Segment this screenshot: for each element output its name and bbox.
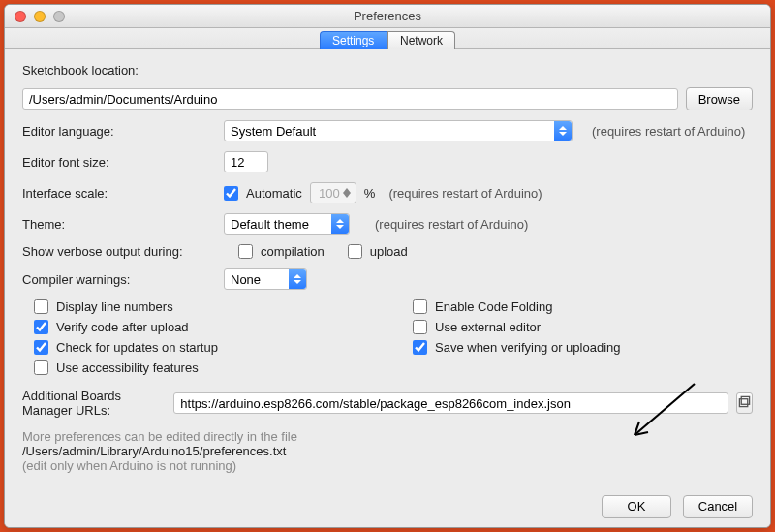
- settings-panel: Sketchbook location: Browse Editor langu…: [5, 49, 770, 485]
- preferences-file-path: /Users/admin/Library/Arduino15/preferenc…: [22, 444, 753, 458]
- theme-label: Theme:: [22, 217, 216, 232]
- editor-language-select[interactable]: System Default: [224, 120, 573, 141]
- additional-urls-input[interactable]: [173, 392, 728, 414]
- save-when-label: Save when verifying or uploading: [435, 340, 621, 355]
- external-editor-label: Use external editor: [435, 320, 541, 334]
- compilation-label: compilation: [261, 244, 325, 259]
- accessibility-label: Use accessibility features: [56, 360, 199, 375]
- titlebar: Preferences: [5, 5, 770, 28]
- dialog-footer: OK Cancel: [5, 485, 770, 527]
- verbose-label: Show verbose output during:: [22, 244, 231, 259]
- compiler-warnings-label: Compiler warnings:: [22, 272, 216, 287]
- sketchbook-path-input[interactable]: [22, 88, 678, 110]
- save-when-checkbox[interactable]: [413, 340, 427, 355]
- automatic-label: Automatic: [246, 186, 302, 201]
- external-editor-checkbox[interactable]: [413, 320, 427, 334]
- check-updates-checkbox[interactable]: [34, 340, 48, 355]
- upload-label: upload: [370, 244, 408, 259]
- window-title: Preferences: [5, 9, 770, 23]
- browse-button[interactable]: Browse: [686, 87, 753, 110]
- enable-folding-checkbox[interactable]: [413, 299, 427, 314]
- more-prefs-hint: More preferences can be edited directly …: [22, 429, 753, 444]
- automatic-scale-checkbox[interactable]: [224, 186, 238, 201]
- interface-scale-label: Interface scale:: [22, 186, 216, 201]
- tab-bar: Settings Network: [5, 28, 770, 49]
- window-stack-icon: [738, 395, 751, 411]
- options-grid: Display line numbers Verify code after u…: [34, 299, 753, 375]
- ok-button[interactable]: OK: [602, 495, 671, 518]
- font-size-input[interactable]: [224, 151, 268, 172]
- tab-settings[interactable]: Settings: [320, 31, 388, 49]
- verbose-upload-checkbox[interactable]: [348, 244, 362, 259]
- display-line-numbers-checkbox[interactable]: [34, 299, 48, 314]
- verify-after-upload-label: Verify code after upload: [56, 320, 189, 334]
- accessibility-checkbox[interactable]: [34, 360, 48, 375]
- percent-label: %: [364, 186, 376, 201]
- editor-language-label: Editor language:: [22, 124, 216, 139]
- edit-urls-button[interactable]: [736, 392, 753, 414]
- sketchbook-label: Sketchbook location:: [22, 63, 753, 78]
- compiler-warnings-select[interactable]: None: [224, 268, 307, 290]
- tab-network[interactable]: Network: [388, 31, 455, 49]
- enable-folding-label: Enable Code Folding: [435, 299, 552, 314]
- restart-note-theme: (requires restart of Arduino): [375, 217, 528, 232]
- restart-note-language: (requires restart of Arduino): [592, 124, 745, 139]
- edit-only-hint: (edit only when Arduino is not running): [22, 458, 753, 473]
- restart-note-scale: (requires restart of Arduino): [388, 186, 542, 201]
- verbose-compilation-checkbox[interactable]: [238, 244, 253, 259]
- preferences-window: Preferences Settings Network Sketchbook …: [4, 4, 771, 528]
- verify-after-upload-checkbox[interactable]: [34, 320, 48, 334]
- additional-urls-label: Additional Boards Manager URLs:: [22, 389, 166, 418]
- font-size-label: Editor font size:: [22, 155, 216, 170]
- check-updates-label: Check for updates on startup: [56, 340, 218, 355]
- stepper-arrows-icon: [343, 183, 355, 203]
- display-line-numbers-label: Display line numbers: [56, 299, 173, 314]
- theme-select[interactable]: Default theme: [224, 213, 350, 235]
- cancel-button[interactable]: Cancel: [683, 495, 753, 518]
